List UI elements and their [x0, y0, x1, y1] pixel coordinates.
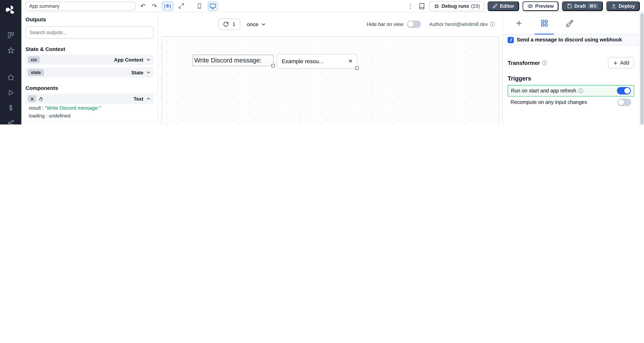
state-label: State — [131, 70, 144, 76]
favorites-star-icon[interactable] — [4, 44, 17, 56]
redo-icon[interactable]: ↷ — [150, 2, 158, 10]
eye-icon — [527, 3, 533, 9]
canvas-area: 1 once Hide bar on view Author henri@win… — [158, 12, 502, 124]
plus-icon — [613, 60, 618, 66]
run-on-start-label: Run on start and app refresh — [511, 88, 576, 94]
triggers-title: Triggers — [508, 75, 634, 82]
chevron-down-icon — [261, 22, 266, 27]
chevron-down-icon[interactable] — [146, 57, 151, 62]
drag-hand-icon[interactable] — [38, 96, 44, 101]
tab-component-settings[interactable] — [532, 12, 557, 34]
component-settings-panel: f Send a message to discord using webhoo… — [502, 12, 639, 124]
runs-play-icon[interactable] — [4, 86, 17, 99]
pencil-icon — [492, 3, 498, 9]
editor-label: Editor — [500, 3, 514, 9]
left-nav — [0, 0, 21, 124]
chevron-down-icon[interactable] — [146, 70, 151, 75]
chevron-up-icon[interactable] — [146, 96, 151, 102]
frequency-dropdown[interactable]: once — [247, 21, 266, 27]
run-on-start-row: Run on start and app refresh ⓘ — [508, 85, 634, 96]
ctx-label: App Context — [114, 57, 144, 63]
kv-key: loading — [29, 113, 49, 119]
app-canvas[interactable]: Write Discord message: Example resou... … — [162, 36, 499, 124]
component-a-badge: a — [28, 95, 36, 102]
kv-value: undefined — [49, 113, 70, 119]
resource-select-component[interactable]: Example resou... × — [277, 54, 357, 68]
bug-icon — [434, 3, 440, 9]
deploy-button[interactable]: Deploy — [606, 1, 640, 11]
home-icon[interactable] — [4, 71, 17, 84]
mobile-view-icon[interactable] — [195, 2, 204, 10]
undo-icon[interactable]: ↶ — [139, 2, 147, 10]
info-icon[interactable]: ⓘ — [542, 59, 547, 66]
tab-styling[interactable] — [557, 12, 582, 34]
text-component-value: Write Discord message: — [194, 57, 262, 64]
preview-label: Preview — [535, 3, 554, 9]
debug-runs-label: Debug runs — [442, 3, 469, 9]
add-transformer-button[interactable]: Add — [608, 57, 634, 68]
author-label: Author henri@windmill.dev — [429, 21, 488, 27]
function-icon: f — [508, 37, 514, 43]
transformer-row: Transformer ⓘ Add — [508, 57, 634, 68]
outputs-title: Outputs — [26, 16, 154, 22]
tab-insert-component[interactable] — [506, 12, 532, 34]
refresh-icon — [223, 21, 229, 27]
top-toolbar: ↶ ↷ |0| ⋮ Debug runs (23) Editor Preview… — [21, 0, 644, 12]
app-summary-input[interactable] — [26, 2, 136, 10]
recompute-label: Recompute on any input changes — [510, 100, 587, 105]
outputs-panel: Outputs State & Context ctx App Context … — [21, 12, 158, 124]
search-outputs-input[interactable] — [26, 26, 154, 38]
components-title: Components — [26, 85, 154, 91]
panel-layout-toggle[interactable]: |0| — [162, 2, 173, 10]
transformer-label: Transformer — [508, 60, 540, 66]
output-row-ctx[interactable]: ctx App Context — [26, 54, 154, 65]
preview-button[interactable]: Preview — [522, 1, 558, 11]
state-badge: state — [28, 69, 44, 76]
run-on-start-toggle[interactable] — [617, 87, 631, 94]
component-a-type: Text — [134, 96, 144, 102]
selected-runnable-header: f Send a message to discord using webhoo… — [503, 34, 639, 46]
draft-button[interactable]: Draft ⌘S — [562, 1, 603, 11]
panel-toggle-icon: |0| — [164, 3, 172, 9]
resize-handle[interactable] — [355, 66, 358, 70]
variables-dollar-icon[interactable] — [4, 102, 17, 114]
vertical-scrollbar[interactable] — [639, 12, 644, 124]
apps-icon[interactable] — [4, 29, 17, 41]
windmill-app-editor: ↶ ↷ |0| ⋮ Debug runs (23) Editor Preview… — [0, 0, 644, 124]
state-context-title: State & Context — [26, 46, 154, 52]
draft-shortcut-chip: ⌘S — [588, 3, 598, 9]
deploy-label: Deploy — [618, 3, 635, 9]
desktop-view-icon[interactable] — [208, 2, 218, 10]
kv-row: loadingundefined — [26, 112, 154, 120]
hide-bar-toggle[interactable] — [407, 20, 421, 28]
draft-label: Draft — [574, 3, 586, 9]
info-icon[interactable]: ⓘ — [578, 87, 583, 94]
fullscreen-icon[interactable] — [176, 2, 186, 10]
selected-runnable-title: Send a message to discord using webhook — [517, 37, 622, 43]
resize-handle[interactable] — [272, 64, 275, 68]
component-row-a[interactable]: a Text — [26, 94, 154, 104]
inspector-tabs — [503, 12, 639, 34]
save-icon — [567, 3, 572, 9]
component-a-details: result"Write Discord message:" loadingun… — [26, 104, 154, 122]
hide-bar-control: Hide bar on view — [366, 20, 421, 28]
editor-button[interactable]: Editor — [488, 1, 519, 11]
windmill-logo-icon[interactable] — [6, 5, 16, 15]
info-icon[interactable]: ⓘ — [490, 21, 495, 28]
kv-row: result"Write Discord message:" — [26, 104, 154, 112]
docs-book-icon[interactable] — [418, 2, 426, 10]
refresh-counter-button[interactable]: 1 — [218, 18, 240, 30]
kv-value: "Write Discord message:" — [45, 105, 100, 111]
recompute-toggle[interactable] — [617, 98, 631, 106]
scrollbar-thumb[interactable] — [640, 13, 644, 124]
output-row-state[interactable]: state State — [26, 68, 154, 78]
debug-runs-button[interactable]: Debug runs (23) — [429, 1, 484, 11]
more-menu-icon[interactable]: ⋮ — [406, 2, 414, 10]
clear-icon[interactable]: × — [348, 58, 352, 65]
add-label: Add — [620, 60, 629, 66]
resources-nodes-icon[interactable] — [4, 116, 17, 124]
debug-runs-count: (23) — [471, 3, 480, 9]
text-component[interactable]: Write Discord message: — [192, 54, 274, 66]
refresh-count: 1 — [232, 21, 235, 27]
inspector-body: Transformer ⓘ Add Triggers Run on start … — [503, 46, 639, 124]
